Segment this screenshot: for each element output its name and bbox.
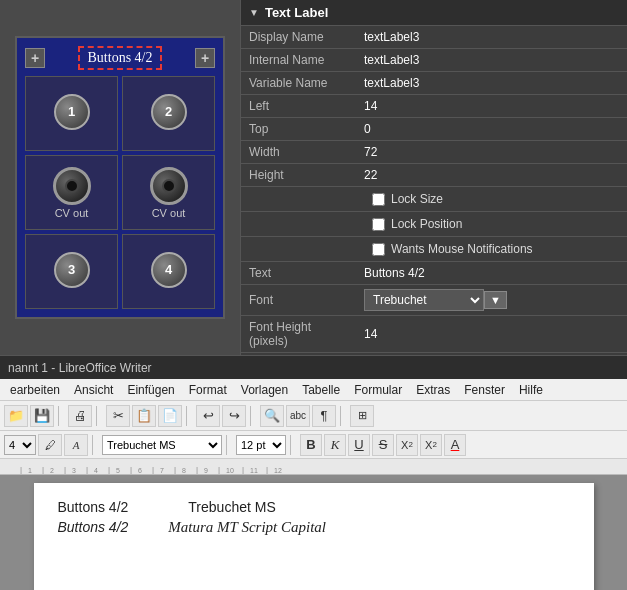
superscript-button[interactable]: X2 <box>396 434 418 456</box>
lock-size-row: Lock Size <box>241 187 627 212</box>
font-value: Trebuchet ▼ <box>356 285 627 316</box>
cv-label-2: CV out <box>152 207 186 219</box>
main-toolbar: 📁 💾 🖨 ✂ 📋 📄 ↩ ↪ 🔍 abc ¶ ⊞ <box>0 401 627 431</box>
paragraph-style-select[interactable]: 4 <box>4 435 36 455</box>
menu-format[interactable]: Format <box>183 381 233 399</box>
spellcheck-button[interactable]: abc <box>286 405 310 427</box>
doc-text-buttons-42: Buttons 4/2 <box>58 499 129 515</box>
menu-bar: earbeiten Ansicht Einfügen Format Vorlag… <box>0 379 627 401</box>
prop-row-value: 14 <box>356 95 627 118</box>
document-page[interactable]: Buttons 4/2 Trebuchet MS Buttons 4/2 Mat… <box>34 483 594 590</box>
lock-size-checkbox-row: Lock Size <box>364 189 619 209</box>
prop-row-internal-name: Internal NametextLabel3 <box>241 49 627 72</box>
prop-row-value: textLabel3 <box>356 26 627 49</box>
widget-plus-right[interactable]: + <box>195 48 215 68</box>
prop-row-top: Top0 <box>241 118 627 141</box>
menu-tabelle[interactable]: Tabelle <box>296 381 346 399</box>
pilcrow-button[interactable]: ¶ <box>312 405 336 427</box>
table-button[interactable]: ⊞ <box>350 405 374 427</box>
widget-cell-3: 3 <box>25 234 118 309</box>
wants-mouse-checkbox[interactable] <box>372 243 385 256</box>
widget-cell-cv1: CV out <box>25 155 118 230</box>
menu-ansicht[interactable]: Ansicht <box>68 381 119 399</box>
menu-hilfe[interactable]: Hilfe <box>513 381 549 399</box>
collapse-triangle-icon[interactable]: ▼ <box>249 7 259 18</box>
prop-row-value: 0 <box>356 118 627 141</box>
separator-8 <box>290 435 296 455</box>
text-value: Buttons 4/2 <box>356 262 627 285</box>
font-select-wrapper: Trebuchet ▼ <box>364 289 619 311</box>
cut-button[interactable]: ✂ <box>106 405 130 427</box>
copy-button[interactable]: 📋 <box>132 405 156 427</box>
underline-button[interactable]: U <box>348 434 370 456</box>
prop-row-value: textLabel3 <box>356 49 627 72</box>
font-color-button[interactable]: A <box>444 434 466 456</box>
strikethrough-button[interactable]: S <box>372 434 394 456</box>
font-label: Font <box>241 285 356 316</box>
text-row: Text Buttons 4/2 <box>241 262 627 285</box>
prop-row-label: Display Name <box>241 26 356 49</box>
prop-row-label: Left <box>241 95 356 118</box>
italic-button[interactable]: K <box>324 434 346 456</box>
undo-button[interactable]: ↩ <box>196 405 220 427</box>
find-button[interactable]: 🔍 <box>260 405 284 427</box>
doc-matura-text: Matura MT Script Capital <box>168 519 326 536</box>
font-name-select[interactable]: Trebuchet MS <box>102 435 222 455</box>
prop-row-display-name: Display NametextLabel3 <box>241 26 627 49</box>
knob-1-inner <box>65 179 79 193</box>
button-3[interactable]: 3 <box>54 252 90 288</box>
prop-row-label: Internal Name <box>241 49 356 72</box>
font-height-row: Font Height (pixels) 14 <box>241 316 627 353</box>
separator-4 <box>250 406 256 426</box>
separator-5 <box>340 406 346 426</box>
doc-line-2: Buttons 4/2 Matura MT Script Capital <box>58 519 570 536</box>
prop-row-value: 22 <box>356 164 627 187</box>
separator-3 <box>186 406 192 426</box>
wants-mouse-checkbox-row: Wants Mouse Notifications <box>364 239 619 259</box>
menu-earbeiten[interactable]: earbeiten <box>4 381 66 399</box>
knob-2[interactable] <box>150 167 188 205</box>
bold-button[interactable]: B <box>300 434 322 456</box>
prop-row-value: textLabel3 <box>356 72 627 95</box>
prop-header-title: Text Label <box>265 5 328 20</box>
menu-extras[interactable]: Extras <box>410 381 456 399</box>
prop-row-width: Width72 <box>241 141 627 164</box>
widget-preview: + Buttons 4/2 + 1 2 <box>0 0 240 355</box>
print-button[interactable]: 🖨 <box>68 405 92 427</box>
font-dropdown-arrow[interactable]: ▼ <box>484 291 507 309</box>
properties-panel: ▼ Text Label Display NametextLabel3Inter… <box>240 0 627 355</box>
widget-grid: 1 2 CV out <box>25 76 215 309</box>
menu-formular[interactable]: Formular <box>348 381 408 399</box>
lock-position-checkbox[interactable] <box>372 218 385 231</box>
paste-button[interactable]: 📄 <box>158 405 182 427</box>
text-label: Text <box>241 262 356 285</box>
style-icon-1[interactable]: 🖊 <box>38 434 62 456</box>
widget-plus-left[interactable]: + <box>25 48 45 68</box>
knob-1[interactable] <box>53 167 91 205</box>
ruler: | 1 | 2 | 3 | 4 | 5 | 6 | 7 | 8 | 9 | 10… <box>0 459 627 475</box>
lock-size-label: Lock Size <box>391 192 443 206</box>
menu-fenster[interactable]: Fenster <box>458 381 511 399</box>
open-button[interactable]: 📁 <box>4 405 28 427</box>
wants-mouse-label: Wants Mouse Notifications <box>391 242 533 256</box>
ruler-inner: | 1 | 2 | 3 | 4 | 5 | 6 | 7 | 8 | 9 | 10… <box>0 459 627 474</box>
redo-button[interactable]: ↪ <box>222 405 246 427</box>
separator-2 <box>96 406 102 426</box>
subscript-button[interactable]: X2 <box>420 434 442 456</box>
button-2[interactable]: 2 <box>151 94 187 130</box>
save-button[interactable]: 💾 <box>30 405 54 427</box>
title-bar-text: nannt 1 - LibreOffice Writer <box>8 361 152 375</box>
font-select[interactable]: Trebuchet <box>364 289 484 311</box>
button-1[interactable]: 1 <box>54 94 90 130</box>
doc-text-trebuchet-ms: Trebuchet MS <box>188 499 275 515</box>
button-4[interactable]: 4 <box>151 252 187 288</box>
cv-label-1: CV out <box>55 207 89 219</box>
widget-title: Buttons 4/2 <box>78 46 163 70</box>
style-icon-2[interactable]: A <box>64 434 88 456</box>
menu-vorlagen[interactable]: Vorlagen <box>235 381 294 399</box>
font-size-select[interactable]: 12 pt <box>236 435 286 455</box>
prop-row-variable-name: Variable NametextLabel3 <box>241 72 627 95</box>
menu-einfuegen[interactable]: Einfügen <box>121 381 180 399</box>
lock-size-checkbox[interactable] <box>372 193 385 206</box>
doc-italic-buttons-42: Buttons 4/2 <box>58 519 129 535</box>
